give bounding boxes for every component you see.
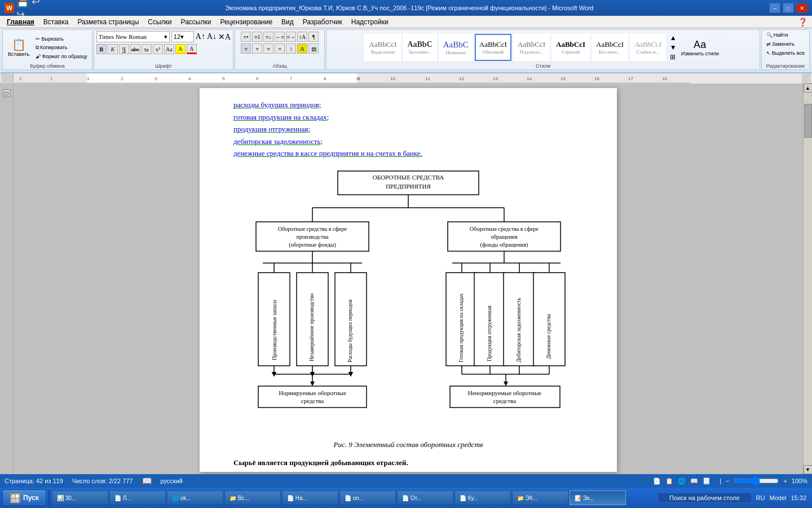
increase-indent-button[interactable]: ≡→ xyxy=(286,32,296,42)
styles-expand[interactable]: ⊞ xyxy=(670,53,677,62)
zoom-out-button[interactable]: − xyxy=(726,478,729,484)
view-fullscreen-button[interactable]: 📋 xyxy=(665,478,673,485)
menu-addins[interactable]: Надстройки xyxy=(347,17,393,27)
strikethrough-button[interactable]: аbc xyxy=(130,44,140,54)
style-heading[interactable]: AaBbC Заголово... xyxy=(403,34,436,61)
align-center-button[interactable]: ≡ xyxy=(252,43,262,54)
menu-references[interactable]: Ссылки xyxy=(143,17,176,27)
bold-button[interactable]: B xyxy=(96,44,107,54)
font-size-selector[interactable]: 12 ▾ xyxy=(171,31,194,42)
show-marks-button[interactable]: ¶ xyxy=(308,32,319,42)
taskbar-task-3[interactable]: 📁 Вс... xyxy=(224,491,281,505)
menu-insert[interactable]: Вставка xyxy=(39,17,73,27)
format-painter-button[interactable]: 🖌 Формат по образцу xyxy=(33,52,90,60)
copy-icon: ⧉ xyxy=(36,45,39,51)
menu-review[interactable]: Рецензирование xyxy=(215,17,277,27)
border-button[interactable]: ▤ xyxy=(308,43,319,54)
grow-font-button[interactable]: A↑ xyxy=(196,32,205,41)
scroll-up-button[interactable]: ▲ xyxy=(804,84,813,93)
search-input-taskbar[interactable]: Поиск на рабочем столе xyxy=(657,493,752,503)
view-print-button[interactable]: 📄 xyxy=(653,478,661,485)
sort-button[interactable]: ↕A xyxy=(297,32,307,42)
view-reading-button[interactable]: 📖 xyxy=(690,478,698,485)
menu-home[interactable]: Главная xyxy=(2,17,39,27)
close-button[interactable]: ✕ xyxy=(796,3,807,13)
font-color-button[interactable]: A xyxy=(187,44,197,54)
menu-page-layout[interactable]: Разметка страницы xyxy=(73,17,143,27)
view-draft-button[interactable]: 📃 xyxy=(703,478,710,485)
change-styles-button[interactable]: Аа Изменить стили xyxy=(678,32,722,63)
scroll-down-button[interactable]: ▼ xyxy=(804,465,813,474)
style-strong[interactable]: AaBbCcI Строгий xyxy=(551,34,590,61)
page-indicator[interactable]: □ xyxy=(3,89,11,97)
taskbar-task-8[interactable]: 📁 ЭК... xyxy=(512,491,568,505)
maximize-button[interactable]: □ xyxy=(783,3,794,13)
document-area[interactable]: расходы будущих периодов; готовая продук… xyxy=(14,84,803,474)
minimize-button[interactable]: – xyxy=(769,3,780,13)
scroll-thumb[interactable] xyxy=(804,104,812,138)
align-left-button[interactable]: ≡ xyxy=(241,43,251,54)
svg-text:6: 6 xyxy=(256,76,259,81)
style-highlight[interactable]: AaBbCcI Выделение xyxy=(364,34,401,61)
lang-indicator[interactable]: RU xyxy=(756,494,765,501)
paste-button[interactable]: 📋 Вставить xyxy=(5,32,32,63)
help-icon[interactable]: ❓ xyxy=(798,17,807,27)
shading-button[interactable]: A xyxy=(297,43,307,54)
svg-text:Ненормируемые оборотные: Ненормируемые оборотные xyxy=(468,389,542,396)
zoom-slider[interactable] xyxy=(734,476,779,485)
find-button[interactable]: 🔍 Найти xyxy=(764,31,791,39)
style-title[interactable]: AaBbC Название xyxy=(439,34,473,61)
highlight-button[interactable]: A xyxy=(175,44,186,54)
multilevel-list-button[interactable]: ≡↓ xyxy=(263,32,273,42)
zoom-in-button[interactable]: + xyxy=(783,478,787,484)
text-case-button[interactable]: Аа xyxy=(164,44,174,54)
spell-check-icon[interactable]: 📖 xyxy=(142,476,152,485)
svg-text:2: 2 xyxy=(19,76,22,81)
taskbar-task-2[interactable]: 🌐 ok... xyxy=(167,491,223,505)
copy-button[interactable]: ⧉ Копировать xyxy=(33,43,90,52)
view-web-button[interactable]: 🌐 xyxy=(678,478,686,485)
style-subtle[interactable]: AaBbCcI Слабое в... xyxy=(630,34,666,61)
menu-mailings[interactable]: Рассылки xyxy=(176,17,216,27)
font-name-selector[interactable]: Times New Roman ▾ xyxy=(96,31,170,42)
model-label: Мodel xyxy=(770,494,787,501)
cut-button[interactable]: ✂ Вырезать xyxy=(33,35,90,43)
clear-formatting-button[interactable]: ✕A xyxy=(218,32,231,42)
numbering-button[interactable]: ≡1 xyxy=(252,32,262,42)
svg-text:13: 13 xyxy=(493,76,498,81)
align-right-button[interactable]: ≡ xyxy=(263,43,273,54)
select-button[interactable]: ↖ Выделить все xyxy=(764,49,807,57)
text-line-3: продукция отгруженная; xyxy=(233,125,310,133)
italic-button[interactable]: K xyxy=(108,44,118,54)
superscript-button[interactable]: x² xyxy=(153,44,163,54)
style-subtitle[interactable]: AaBbCcI Подзагол... xyxy=(513,34,550,61)
shrink-font-button[interactable]: A↓ xyxy=(207,32,217,41)
styles-scroll-down[interactable]: ▼ xyxy=(670,43,677,52)
task-icon-9: 📝 xyxy=(575,495,581,501)
taskbar-task-0[interactable]: 📊 30... xyxy=(52,491,108,505)
justify-button[interactable]: ≡ xyxy=(275,43,285,54)
decrease-indent-button[interactable]: ←≡ xyxy=(275,32,285,42)
taskbar-task-6[interactable]: 📄 От... xyxy=(397,491,453,505)
svg-text:8: 8 xyxy=(324,76,326,81)
taskbar-task-1[interactable]: 📄 Л... xyxy=(109,491,166,505)
taskbar-task-9[interactable]: 📝 Эк... xyxy=(570,491,626,505)
menu-view[interactable]: Вид xyxy=(277,17,298,27)
taskbar-task-4[interactable]: 📄 На... xyxy=(282,491,338,505)
underline-button[interactable]: Ч xyxy=(119,44,129,54)
language-indicator[interactable]: русский xyxy=(161,478,183,484)
taskbar-task-5[interactable]: 📄 оп... xyxy=(339,491,396,505)
taskbar-task-7[interactable]: 📄 Ку... xyxy=(454,491,511,505)
replace-button[interactable]: ⇌ Заменить xyxy=(764,40,797,48)
subscript-button[interactable]: x₂ xyxy=(142,44,152,54)
paste-icon: 📋 xyxy=(12,38,26,51)
scroll-track[interactable] xyxy=(804,93,813,465)
bullets-button[interactable]: ≡• xyxy=(241,32,251,42)
style-normal[interactable]: AaBbCcI Обычный xyxy=(475,34,511,61)
menu-developer[interactable]: Разработчик xyxy=(298,17,347,27)
style-no-spacing[interactable]: AaBbCcI Без инте... xyxy=(592,34,628,61)
start-button[interactable]: 🪟 Пуск xyxy=(2,489,46,506)
line-spacing-button[interactable]: ↕ xyxy=(286,43,296,54)
scrollbar-right[interactable]: ▲ ▼ xyxy=(803,84,812,474)
styles-scroll-up[interactable]: ▲ xyxy=(670,34,677,42)
